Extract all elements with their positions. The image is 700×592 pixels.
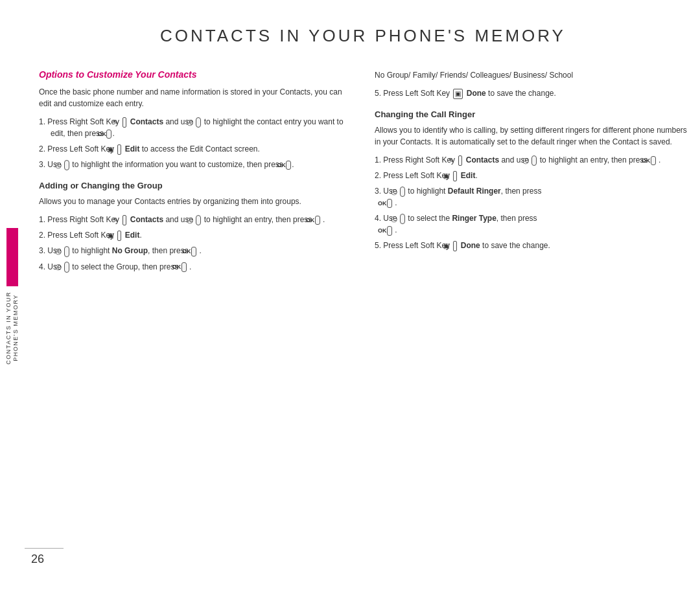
left-soft-key-icon: ▣ <box>117 231 121 241</box>
nav-icon: ◯ <box>400 214 405 225</box>
columns: Options to Customize Your Contacts Once … <box>39 69 687 592</box>
side-tab-label-2: PHONE'S MEMORY <box>12 294 19 361</box>
adding-group-heading: Adding or Changing the Group <box>39 181 351 190</box>
page-divider <box>25 548 64 549</box>
adding-group-intro: Allows you to manage your Contacts entri… <box>39 196 351 207</box>
left-soft-key-icon: ▣ <box>117 144 121 155</box>
nav-icon: ◯ <box>64 160 69 171</box>
list-item: 2. Press Left Soft Key ▣ Edit. <box>375 170 687 181</box>
list-item: 3. Use ◯ to highlight the information yo… <box>39 159 351 170</box>
left-intro: Once the basic phone number and name inf… <box>39 86 351 109</box>
side-tab-text: CONTACTS IN YOUR PHONE'S MEMORY <box>5 291 19 365</box>
group-options-label: No Group/ Family/ Friends/ Colleagues/ B… <box>375 71 573 80</box>
ok-icon: OK <box>286 161 291 170</box>
ok-icon: OK <box>181 262 187 272</box>
page: CONTACTS IN YOUR PHONE'S MEMORY 26 CONTA… <box>0 0 700 592</box>
main-content: CONTACTS IN YOUR PHONE'S MEMORY Options … <box>39 26 687 592</box>
left-column: Options to Customize Your Contacts Once … <box>39 69 351 592</box>
ok-icon: OK <box>387 199 392 209</box>
changing-ringer-heading: Changing the Call Ringer <box>375 109 687 119</box>
list-item: 1. Press Right Soft Key ✎ Contacts and u… <box>39 214 351 225</box>
ok-icon: OK <box>387 226 392 236</box>
left-section-heading: Options to Customize Your Contacts <box>39 69 351 80</box>
nav-icon: ◯ <box>400 187 405 198</box>
nav-icon: ◯ <box>64 262 69 273</box>
changing-ringer-intro: Allows you to identify who is calling, b… <box>375 124 687 148</box>
group-options-text: No Group/ Family/ Friends/ Colleagues/ B… <box>375 69 687 81</box>
list-item: 2. Press Left Soft Key ▣ Edit to access … <box>39 143 351 155</box>
list-item: 4. Use ◯ to select the Group, then press… <box>39 261 351 273</box>
side-tab: CONTACTS IN YOUR PHONE'S MEMORY <box>0 0 25 592</box>
list-item: 1. Press Right Soft Key ✎ Contacts and u… <box>375 154 687 166</box>
ringer-steps: 1. Press Right Soft Key ✎ Contacts and u… <box>375 154 687 251</box>
list-item: 4. Use ◯ to select the Ringer Type, then… <box>375 212 687 236</box>
right-soft-key-icon: ✎ <box>458 155 462 166</box>
side-tab-bar <box>6 228 18 286</box>
page-title: CONTACTS IN YOUR PHONE'S MEMORY <box>39 26 687 46</box>
main-steps-list: 1. Press Right Soft Key ✎ Contacts and u… <box>39 116 351 170</box>
ok-icon: OK <box>106 130 111 139</box>
list-item: 3. Use ◯ to highlight No Group, then pre… <box>39 245 351 256</box>
page-number-area: 26 <box>25 548 64 566</box>
nav-icon: ◯ <box>196 117 201 128</box>
left-soft-key-icon: ▣ <box>453 171 457 181</box>
nav-icon: ◯ <box>64 246 69 257</box>
right-soft-key-icon: ✎ <box>122 117 126 128</box>
right-soft-key-icon: ✎ <box>122 215 126 225</box>
step5-save: 5. Press Left Soft Key ▣ Done to save th… <box>375 87 687 99</box>
left-soft-key-icon: ▣ <box>453 89 463 99</box>
adding-group-steps: 1. Press Right Soft Key ✎ Contacts and u… <box>39 214 351 272</box>
ok-icon: OK <box>315 216 320 225</box>
list-item: 2. Press Left Soft Key ▣ Edit. <box>39 229 351 241</box>
right-column: No Group/ Family/ Friends/ Colleagues/ B… <box>375 69 687 592</box>
page-number: 26 <box>31 552 44 566</box>
side-tab-label-1: CONTACTS IN YOUR <box>5 291 12 365</box>
list-item: 3. Use ◯ to highlight Default Ringer, th… <box>375 185 687 209</box>
ok-icon: OK <box>191 247 196 256</box>
left-soft-key-icon: ▣ <box>453 241 457 251</box>
list-item: 5. Press Left Soft Key ▣ Done to save th… <box>375 240 687 251</box>
nav-icon: ◯ <box>196 215 201 226</box>
ok-icon: OK <box>651 156 656 166</box>
nav-icon: ◯ <box>531 155 537 166</box>
list-item: 1. Press Right Soft Key ✎ Contacts and u… <box>39 116 351 139</box>
